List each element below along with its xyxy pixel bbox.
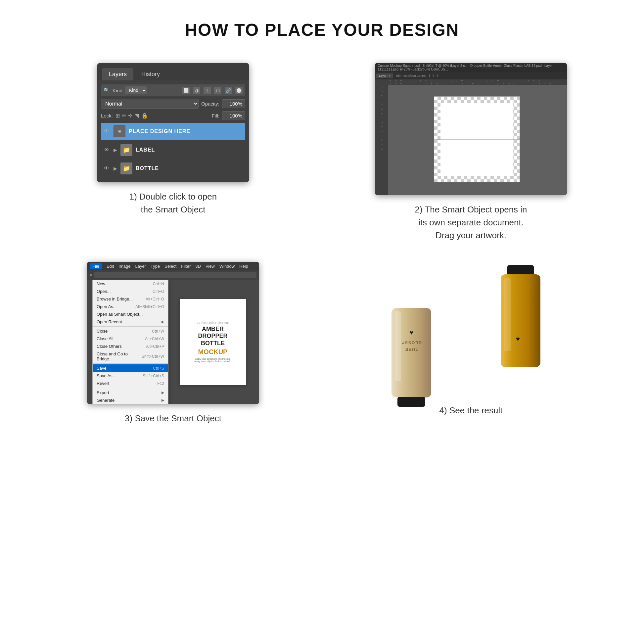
ps-menubar: File Edit Image Layer Type Select Filter… <box>87 262 259 270</box>
menu-divider-2 <box>93 363 168 364</box>
lock-fill-row: Lock: ⊞ ✏ ✛ ⬔ 🔒 Fill: 100% <box>101 111 245 120</box>
layer-item-bottle[interactable]: 👁 ▶ 📁 BOTTLE <box>101 160 245 177</box>
blend-mode-row: Normal Opacity: 100% <box>101 99 245 109</box>
layers-tabs-bar: Layers History <box>97 63 249 80</box>
eye-icon-bottle[interactable]: 👁 <box>103 165 110 172</box>
ps-tab-1[interactable]: Layer ↑ <box>376 73 393 78</box>
tab-layers[interactable]: Layers <box>102 68 133 80</box>
menu-help[interactable]: Help <box>239 264 248 269</box>
menu-item-closeothers[interactable]: Close OthersAlt+Ctrl+P <box>93 343 168 350</box>
menu-item-opensmart[interactable]: Open as Smart Object... <box>93 310 168 318</box>
lock-icon-grid: ⊞ <box>115 113 120 119</box>
chevron-bottle: ▶ <box>114 166 117 171</box>
ps-topbar: Custom-Mockup-Square.psd ShiftCtrl-T @ 5… <box>375 63 567 72</box>
menu-type[interactable]: Type <box>151 264 160 269</box>
ps-file-window: File Edit Image Layer Type Select Filter… <box>87 262 259 404</box>
menu-item-export[interactable]: Export▶ <box>93 389 168 396</box>
menu-view[interactable]: View <box>206 264 215 269</box>
ps-canvas-window: Custom-Mockup-Square.psd ShiftCtrl-T @ 5… <box>375 63 567 195</box>
menu-item-closebridge[interactable]: Close and Go to Bridge...Shift+Ctrl+W <box>93 350 168 363</box>
layer-icon-pixel: ⬜ <box>182 87 190 94</box>
menu-divider-1 <box>93 326 168 327</box>
lock-icon-lock: 🔒 <box>141 113 148 119</box>
menu-item-saveas[interactable]: Save As...Shift+Ctrl+S <box>93 372 168 380</box>
menu-item-recent[interactable]: Open Recent▶ <box>93 318 168 326</box>
kind-label: 🔍 <box>104 87 110 93</box>
fill-value[interactable]: 100% <box>222 111 245 120</box>
page-title: HOW TO PLACE YOUR DESIGN <box>0 0 644 56</box>
ps-canvas <box>434 96 520 182</box>
chevron-label: ▶ <box>114 147 117 153</box>
doc-desc: Apply your designs to this mockupusing s… <box>194 358 231 362</box>
cell-layers: Layers History 🔍 Kind Kind ⬜ ◑ T ⬡ <box>24 56 322 255</box>
cell-result: GLOSSY TUBE MOCKUP ♥ <box>322 255 620 454</box>
layer-type-icons: ⬜ ◑ T ⬡ 🔗 ⚪ <box>182 87 243 94</box>
fill-label: Fill: <box>212 113 219 118</box>
layer-icon-adjust: ◑ <box>193 87 200 94</box>
svg-rect-0 <box>507 265 534 276</box>
svg-rect-2 <box>504 278 511 351</box>
menu-window[interactable]: Window <box>219 264 235 269</box>
kind-select[interactable]: Kind <box>125 86 147 94</box>
svg-text:♥: ♥ <box>410 329 413 336</box>
menu-item-open[interactable]: Open...Ctrl+O <box>93 288 168 295</box>
tube1-container: GLOSSY TUBE MOCKUP ♥ <box>497 265 547 371</box>
menu-item-revert[interactable]: RevertF12 <box>93 380 168 387</box>
menu-item-save[interactable]: SaveCtrl+S <box>93 364 168 372</box>
layer-item-design[interactable]: 👁 ⊞ PLACE DESIGN HERE <box>101 123 245 140</box>
opacity-label: Opacity: <box>201 101 219 107</box>
doc-subtitle: 01 Packaging Mockup <box>197 321 229 324</box>
eye-icon-label[interactable]: 👁 <box>103 146 110 154</box>
ps-canvas-area: 600 800 1000 1200 1400 1600 1800 2000 22… <box>375 79 567 195</box>
layer-name-label: LABEL <box>136 147 155 153</box>
lock-icons-group: ⊞ ✏ ✛ ⬔ 🔒 <box>115 113 148 119</box>
lock-icon-move: ✛ <box>128 113 132 119</box>
menu-image[interactable]: Image <box>118 264 130 269</box>
menu-edit[interactable]: Edit <box>107 264 114 269</box>
file-dropdown: New...Ctrl+N Open...Ctrl+O Browse in Bri… <box>92 280 168 404</box>
svg-text:TUBE: TUBE <box>405 347 418 351</box>
tube2-container: GLOSSY TUBE ♥ <box>388 301 435 401</box>
menu-layer[interactable]: Layer <box>135 264 146 269</box>
kind-text: Kind <box>113 88 122 93</box>
tube2-svg: GLOSSY TUBE ♥ <box>388 301 435 407</box>
tab-history[interactable]: History <box>135 68 166 80</box>
doc-title-main: AMBERDROPPERBOTTLE <box>198 326 227 347</box>
menu-select[interactable]: Select <box>164 264 176 269</box>
layer-icon-more: ⚪ <box>235 87 243 94</box>
opacity-value[interactable]: 100% <box>222 99 245 108</box>
toolbar-dot <box>90 274 92 276</box>
svg-text:♥: ♥ <box>516 335 520 343</box>
caption-2: 2) The Smart Object opens in its own sep… <box>415 203 527 242</box>
menu-item-new[interactable]: New...Ctrl+N <box>93 280 168 288</box>
layer-name-bottle: BOTTLE <box>136 165 159 171</box>
tube1-svg: GLOSSY TUBE MOCKUP ♥ <box>497 265 547 378</box>
layer-item-label[interactable]: 👁 ▶ 📁 LABEL <box>101 141 245 159</box>
ps-tabs: Layer ↑ Blur Transform Control Ⅱ Ⅱ Ⅱ ··· <box>375 72 567 79</box>
tube-result-area: GLOSSY TUBE MOCKUP ♥ <box>375 262 567 404</box>
eye-icon-design[interactable]: 👁 <box>103 128 110 135</box>
blend-mode-select[interactable]: Normal <box>101 99 199 109</box>
menu-item-close[interactable]: CloseCtrl+W <box>93 327 168 335</box>
layer-icon-smart: 🔗 <box>225 87 232 94</box>
menu-3d[interactable]: 3D <box>195 264 201 269</box>
svg-text:GLOSSY: GLOSSY <box>401 340 422 345</box>
menu-item-browse[interactable]: Browse in Bridge...Alt+Ctrl+O <box>93 295 168 303</box>
ps-doc-page: 01 Packaging Mockup AMBERDROPPERBOTTLE M… <box>180 299 246 385</box>
lock-icon-artboard: ⬔ <box>134 113 139 119</box>
lock-icon-brush: ✏ <box>122 113 126 119</box>
cell-canvas: Custom-Mockup-Square.psd ShiftCtrl-T @ 5… <box>322 56 620 255</box>
ps-doc-area: 01 Packaging Mockup AMBERDROPPERBOTTLE M… <box>166 280 259 404</box>
ps-toolbar-strip <box>87 270 259 280</box>
layer-thumb-design: ⊞ <box>114 125 125 137</box>
menu-file[interactable]: File <box>90 263 102 269</box>
svg-rect-8 <box>395 311 401 381</box>
layer-icon-shape: ⬡ <box>214 87 221 94</box>
menu-item-generate[interactable]: Generate▶ <box>93 396 168 404</box>
caption-4: 4) See the result <box>439 404 503 417</box>
menu-filter[interactable]: Filter <box>181 264 191 269</box>
menu-item-closeall[interactable]: Close AllAlt+Ctrl+W <box>93 335 168 343</box>
caption-1: 1) Double click to open the Smart Object <box>129 190 217 216</box>
svg-rect-9 <box>397 397 425 407</box>
menu-item-openas[interactable]: Open As...Alt+Shift+Ctrl+O <box>93 303 168 310</box>
